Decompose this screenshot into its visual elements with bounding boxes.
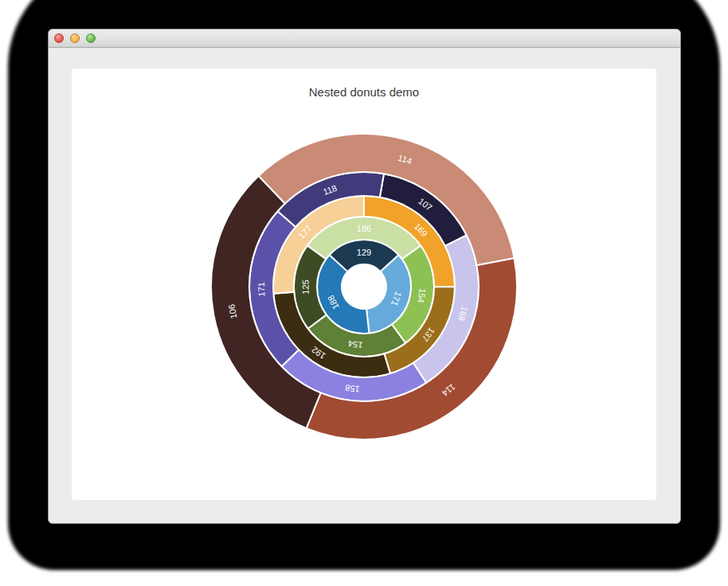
chart-title: Nested donuts demo <box>72 68 656 99</box>
segment-label: 171 <box>256 282 266 297</box>
segment-label: 129 <box>357 248 371 257</box>
segment-label: 186 <box>357 224 371 233</box>
zoom-button[interactable] <box>86 33 96 43</box>
title-bar[interactable] <box>49 29 680 48</box>
minimize-button[interactable] <box>70 33 80 43</box>
segment-label: 158 <box>345 383 361 394</box>
traffic-lights <box>54 33 96 43</box>
screenshot-stage: Nested donuts demo 129171188186154154125… <box>0 0 728 586</box>
close-button[interactable] <box>54 33 64 43</box>
chart-panel: Nested donuts demo 129171188186154154125… <box>72 68 656 500</box>
nested-donut-chart: 1291711881861541541251691371921771071681… <box>205 127 523 446</box>
app-window: Nested donuts demo 129171188186154154125… <box>48 29 681 524</box>
segment-label: 125 <box>300 279 310 294</box>
window-content: Nested donuts demo 129171188186154154125… <box>49 48 680 523</box>
